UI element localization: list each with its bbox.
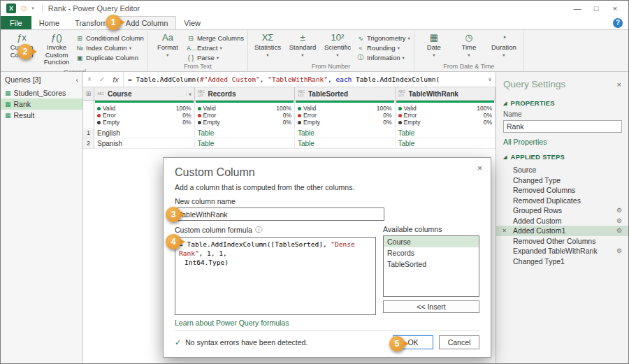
tab-home[interactable]: Home	[31, 16, 67, 29]
time-button[interactable]: ◷ Time ▾	[451, 31, 486, 60]
error-dot-icon	[398, 114, 402, 117]
formula-expand-icon[interactable]: ∨	[484, 76, 496, 82]
formula-input[interactable]: = Table.AddColumn(#"Added Custom", "Tabl…	[124, 75, 484, 83]
formula-cancel-icon[interactable]: ×	[83, 75, 96, 83]
column-header-tablesorted[interactable]: ABC 123 TableSorted	[295, 87, 396, 101]
standard-button[interactable]: ± Standard ▾	[285, 31, 320, 60]
query-item-rank[interactable]: ▦ Rank	[1, 99, 82, 110]
valid-percent: 100%	[377, 105, 392, 112]
available-column-records[interactable]: Records	[384, 247, 479, 259]
select-all-corner[interactable]: ⊞	[83, 87, 94, 101]
feedback-smiley-icon[interactable]: ☺	[20, 4, 28, 13]
scientific-icon: 10²	[331, 32, 345, 44]
filter-icon[interactable]: ▾	[186, 92, 191, 96]
available-columns-list: Course Records TableSorted	[383, 235, 479, 297]
cell-tablewithrank-table-link[interactable]: Table	[396, 128, 496, 138]
step-added-custom1[interactable]: ×Added Custom1⚙	[496, 226, 628, 236]
cell-tablesorted-table-link[interactable]: Table	[295, 138, 396, 149]
parse-button[interactable]: { } Parse ▾	[185, 53, 245, 62]
cell-tablewithrank-table-link[interactable]: Table	[396, 138, 496, 149]
invoke-custom-function-icon: ƒ()	[51, 32, 62, 44]
extract-button[interactable]: A… Extract ▾	[185, 43, 245, 52]
parse-icon: { }	[187, 54, 195, 61]
formula-editor[interactable]: = Table.AddIndexColumn([TableSorted], "D…	[175, 237, 376, 315]
formula-text: ,	[328, 75, 335, 83]
column-header-records[interactable]: ABC 123 Records	[195, 87, 296, 101]
gear-icon[interactable]: ⚙	[614, 247, 622, 254]
cell-records-table-link[interactable]: Table	[195, 128, 296, 138]
merge-columns-label: Merge Columns	[197, 34, 244, 42]
cell-course[interactable]: English	[94, 128, 195, 138]
close-panel-icon[interactable]: ×	[617, 80, 621, 89]
formula-commit-icon[interactable]: ✓	[96, 75, 108, 83]
tab-file[interactable]: File	[1, 16, 31, 29]
close-button[interactable]: ×	[607, 4, 623, 13]
step-changed-type[interactable]: Changed Type	[496, 175, 628, 186]
step-expanded-tablewithrank[interactable]: Expanded TableWithRank⚙	[496, 246, 628, 256]
help-icon[interactable]: ?	[613, 18, 623, 28]
step-removed-other-columns[interactable]: Removed Other Columns	[496, 236, 628, 247]
step-changed-type1[interactable]: Changed Type1	[496, 256, 628, 267]
chevron-down-icon: ▾	[503, 52, 505, 59]
tab-add-column[interactable]: Add Column	[117, 16, 177, 29]
query-item-student-scores[interactable]: ▦ Student_Scores	[1, 87, 82, 99]
step-grouped-rows[interactable]: Grouped Rows⚙	[496, 205, 628, 216]
chevron-down-icon: ▾	[219, 45, 222, 51]
cell-course[interactable]: Spanish	[94, 138, 195, 149]
all-properties-link[interactable]: All Properties	[496, 133, 628, 147]
index-column-icon: №	[75, 45, 84, 52]
trigonometry-button[interactable]: ∿ Trigonometry ▾	[355, 34, 412, 43]
cell-tablesorted-table-link[interactable]: Table	[295, 128, 396, 138]
collapse-pane-icon[interactable]: ‹	[76, 75, 79, 84]
ribbon-group-from-datetime: ▦ Date ▾ ◷ Time ▾ ◔ Duration ▾ From Date…	[414, 31, 524, 71]
cell-records-table-link[interactable]: Table	[195, 138, 296, 149]
applied-steps-list: Source Changed Type Removed Columns Remo…	[496, 165, 628, 266]
delete-step-icon[interactable]: ×	[503, 226, 506, 236]
trigonometry-icon: ∿	[356, 35, 365, 42]
duplicate-column-label: Duplicate Column	[86, 54, 138, 61]
available-column-tablesorted[interactable]: TableSorted	[384, 259, 479, 270]
column-header-tablewithrank[interactable]: ABC 123 TableWithRank	[396, 87, 496, 101]
scientific-button[interactable]: 10² Scientific ▾	[320, 31, 355, 60]
formula-text: "TableWithRank"	[268, 75, 328, 83]
minimize-button[interactable]: —	[570, 4, 585, 13]
formula-text: = Table.AddColumn(	[128, 75, 200, 83]
step-removed-columns[interactable]: Removed Columns	[496, 185, 628, 196]
dialog-close-icon[interactable]: ×	[477, 163, 482, 173]
applied-steps-section-header[interactable]: ◢ APPLIED STEPS	[496, 147, 628, 163]
row-number[interactable]: 1	[83, 128, 94, 138]
gear-icon[interactable]: ⚙	[614, 207, 622, 214]
tab-view[interactable]: View	[176, 16, 208, 29]
insert-button[interactable]: << Insert	[383, 300, 479, 313]
step-removed-duplicates[interactable]: Removed Duplicates	[496, 196, 628, 206]
format-button[interactable]: Aa Format ▾	[150, 31, 185, 60]
step-added-custom[interactable]: Added Custom⚙	[496, 216, 628, 226]
available-column-course[interactable]: Course	[384, 236, 479, 247]
duplicate-column-button[interactable]: ▣ Duplicate Column	[74, 53, 145, 62]
rounding-button[interactable]: ≈ Rounding ▾	[355, 43, 412, 52]
conditional-column-button[interactable]: ⊞ Conditional Column	[74, 34, 145, 43]
duration-button[interactable]: ◔ Duration ▾	[486, 31, 521, 60]
feedback-dropdown-icon[interactable]: ▾	[31, 6, 34, 11]
step-source[interactable]: Source	[496, 165, 628, 175]
information-button[interactable]: ⓘ Information ▾	[355, 53, 412, 62]
learn-formulas-link[interactable]: Learn about Power Query formulas	[175, 319, 479, 327]
info-icon[interactable]: ⓘ	[255, 225, 262, 235]
index-column-button[interactable]: № Index Column ▾	[74, 43, 145, 52]
invoke-custom-function-button[interactable]: ƒ() Invoke Custom Function	[39, 31, 74, 68]
date-button[interactable]: ▦ Date ▾	[417, 31, 451, 60]
statistics-button[interactable]: XΣ Statistics ▾	[250, 31, 285, 60]
gear-icon[interactable]: ⚙	[614, 217, 622, 224]
properties-label: PROPERTIES	[511, 99, 555, 107]
row-number[interactable]: 2	[83, 138, 94, 149]
properties-section-header[interactable]: ◢ PROPERTIES	[496, 94, 628, 109]
gear-icon[interactable]: ⚙	[614, 227, 622, 234]
query-name-field[interactable]	[503, 120, 622, 133]
merge-columns-button[interactable]: ⊟ Merge Columns	[185, 34, 245, 43]
column-header-course[interactable]: ABC Course ▾	[94, 87, 195, 101]
valid-percent: 100%	[276, 105, 291, 112]
cancel-button[interactable]: Cancel	[439, 335, 479, 349]
query-item-result[interactable]: ▦ Result	[1, 110, 82, 121]
maximize-button[interactable]: □	[588, 4, 604, 13]
new-column-name-field[interactable]	[175, 208, 384, 221]
